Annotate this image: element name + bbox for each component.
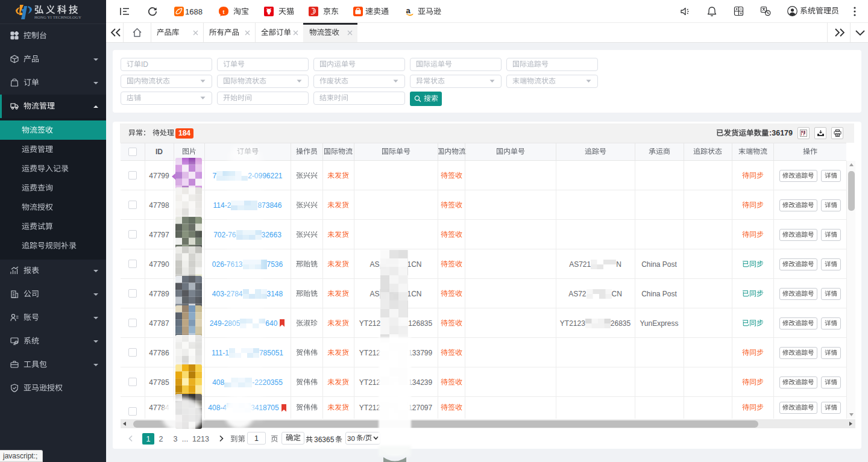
svg-text:/: /	[363, 434, 365, 442]
svg-text:t: t	[223, 9, 225, 15]
svg-text:ID: ID	[141, 60, 148, 69]
